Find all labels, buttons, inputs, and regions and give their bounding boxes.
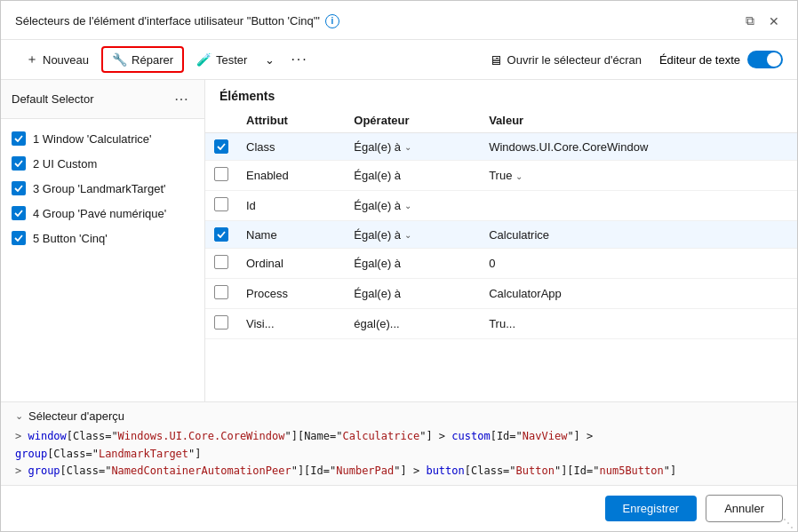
title-bar-left: Sélecteurs de l'élément d'interface util… <box>15 14 339 28</box>
element-checkbox[interactable] <box>12 131 26 146</box>
attr-checkbox[interactable] <box>214 227 228 242</box>
attr-checkbox[interactable] <box>214 255 228 269</box>
title-bar: Sélecteurs de l'élément d'interface util… <box>1 1 797 40</box>
dialog: Sélecteurs de l'élément d'interface util… <box>0 0 798 532</box>
table-row: Class Égal(e) à ⌄ Windows.UI.Core.CoreWi… <box>205 133 797 161</box>
new-button[interactable]: ＋ Nouveau <box>15 45 100 74</box>
text-editor-toggle[interactable] <box>747 51 783 68</box>
attr-operateur: Égal(e) à ⌄ <box>345 221 480 249</box>
preview-chevron-icon: ⌄ <box>15 410 23 422</box>
preview-line1: > window[Class="Windows.UI.Core.CoreWind… <box>15 428 783 462</box>
title-bar-right: ⧉ ✕ <box>742 10 783 32</box>
attr-checkbox[interactable] <box>214 285 228 299</box>
preview-section: ⌄ Sélecteur d'aperçu > window[Class="Win… <box>1 401 797 485</box>
preview-header[interactable]: ⌄ Sélecteur d'aperçu <box>15 409 783 423</box>
list-item[interactable]: 5 Button 'Cinq' <box>1 226 204 250</box>
preview-code: > window[Class="Windows.UI.Core.CoreWind… <box>15 428 783 480</box>
default-selector-label: Default Selector <box>12 92 94 106</box>
element-checkbox[interactable] <box>12 206 26 220</box>
repair-button[interactable]: 🔧 Réparer <box>101 46 184 73</box>
attr-valeur: Windows.UI.Core.CoreWindow <box>480 133 797 161</box>
attr-checkbox[interactable] <box>214 139 228 154</box>
table-row: Visi... égal(e)... Tru... <box>205 309 797 339</box>
element-number: 4 Group 'Pavé numérique' <box>33 207 166 220</box>
open-selector-button[interactable]: 🖥 Ouvrir le sélecteur d'écran <box>482 48 649 72</box>
elements-list: 1 Window 'Calculatrice' 2 UI Custom 3 Gr… <box>1 119 204 401</box>
attr-attribut: Ordinal <box>237 249 345 279</box>
close-button[interactable]: ✕ <box>765 11 783 32</box>
list-item[interactable]: 3 Group 'LandmarkTarget' <box>1 176 204 201</box>
selector-menu-button[interactable]: ⋯ <box>169 89 194 109</box>
default-selector-row: Default Selector ⋯ <box>1 80 204 119</box>
preview-line2: > group[Class="NamedContainerAutomationP… <box>15 463 783 480</box>
attr-valeur: Tru... <box>480 309 797 339</box>
toolbar-right: 🖥 Ouvrir le sélecteur d'écran Éditeur de… <box>482 48 783 72</box>
element-number: 2 UI Custom <box>33 157 97 171</box>
text-editor-row: Éditeur de texte <box>659 51 783 68</box>
attr-operateur: Égal(e) à <box>345 161 480 191</box>
element-checkbox[interactable] <box>12 156 26 171</box>
element-number: 1 Window 'Calculatrice' <box>33 132 152 146</box>
bottom-bar: Enregistrer Annuler <box>1 485 797 531</box>
element-checkbox[interactable] <box>12 231 26 245</box>
dropdown-arrow-button[interactable]: ⌄ <box>259 47 280 73</box>
elements-header: Éléments <box>205 80 797 108</box>
test-button[interactable]: 🧪 Tester <box>186 46 258 73</box>
list-item[interactable]: 1 Window 'Calculatrice' <box>1 126 204 151</box>
attr-valeur <box>480 191 797 221</box>
wrench-icon: 🔧 <box>112 52 127 67</box>
attr-valeur: Calculatrice <box>480 221 797 249</box>
screen-icon: 🖥 <box>489 52 502 67</box>
info-icon[interactable]: i <box>325 14 339 28</box>
text-editor-label: Éditeur de texte <box>659 53 740 67</box>
attr-valeur: True ⌄ <box>480 161 797 191</box>
list-item[interactable]: 4 Group 'Pavé numérique' <box>1 201 204 226</box>
repair-label: Réparer <box>132 53 173 67</box>
valeur-chevron-icon: ⌄ <box>515 171 523 181</box>
attr-attribut: Enabled <box>237 161 345 191</box>
attr-attribut: Visi... <box>237 309 345 339</box>
arrow-icon: > <box>15 430 28 442</box>
preview-header-label: Sélecteur d'aperçu <box>28 409 124 423</box>
chevron-down-icon: ⌄ <box>265 53 275 67</box>
new-label: Nouveau <box>43 53 89 67</box>
operator-chevron-icon[interactable]: ⌄ <box>404 142 411 152</box>
table-row: Ordinal Égal(e) à 0 <box>205 249 797 279</box>
attr-checkbox[interactable] <box>214 167 228 181</box>
save-button[interactable]: Enregistrer <box>605 496 698 521</box>
col-valeur-header: Valeur <box>480 108 797 133</box>
col-attribut-header: Attribut <box>237 108 345 133</box>
attr-valeur: CalculatorApp <box>480 279 797 309</box>
resize-button[interactable]: ⧉ <box>742 10 758 32</box>
operator-chevron-icon[interactable]: ⌄ <box>404 230 411 240</box>
ellipsis-icon: ··· <box>291 52 307 67</box>
attr-checkbox[interactable] <box>214 197 228 211</box>
more-button[interactable]: ··· <box>282 45 316 74</box>
attr-operateur: Égal(e) à <box>345 279 480 309</box>
attr-operateur: Égal(e) à ⌄ <box>345 133 480 161</box>
list-item[interactable]: 2 UI Custom <box>1 151 204 176</box>
attributes-table: Attribut Opérateur Valeur Class Égal(e) … <box>205 108 797 401</box>
col-operateur-header: Opérateur <box>345 108 480 133</box>
dialog-title: Sélecteurs de l'élément d'interface util… <box>15 14 320 28</box>
table-row: Process Égal(e) à CalculatorApp <box>205 279 797 309</box>
attr-operateur: Égal(e) à <box>345 249 480 279</box>
right-panel: Éléments Attribut Opérateur Valeur Class <box>205 80 797 401</box>
element-checkbox[interactable] <box>12 181 26 195</box>
open-selector-label: Ouvrir le sélecteur d'écran <box>507 53 642 67</box>
left-panel: Default Selector ⋯ 1 Window 'Calculatric… <box>1 80 205 401</box>
table-row: Id Égal(e) à ⌄ <box>205 191 797 221</box>
operator-chevron-icon[interactable]: ⌄ <box>404 201 411 210</box>
test-label: Tester <box>216 53 247 67</box>
attr-table: Attribut Opérateur Valeur Class Égal(e) … <box>205 108 797 339</box>
attr-checkbox[interactable] <box>214 315 228 330</box>
cancel-button[interactable]: Annuler <box>706 495 783 522</box>
col-checkbox-header <box>205 108 237 133</box>
attr-attribut: Process <box>237 279 345 309</box>
arrow-icon2: > <box>15 465 28 477</box>
table-row: Enabled Égal(e) à True ⌄ <box>205 161 797 191</box>
resize-handle[interactable]: ⋱ <box>783 517 794 529</box>
attr-attribut: Class <box>237 133 345 161</box>
flask-icon: 🧪 <box>196 52 211 67</box>
element-number: 3 Group 'LandmarkTarget' <box>33 182 166 195</box>
